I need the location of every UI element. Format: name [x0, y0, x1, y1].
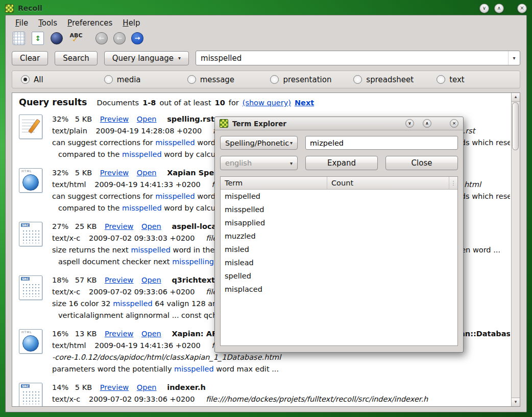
open-link[interactable]: Open	[141, 330, 161, 338]
close-icon[interactable]: ×	[517, 4, 527, 13]
relevance-percent: 32%	[52, 115, 68, 123]
for-label: for	[229, 99, 239, 107]
check-icon: ✓	[72, 36, 79, 43]
sort-parameters-icon[interactable]: ↕	[32, 32, 44, 45]
term-row[interactable]: mispelled	[221, 190, 457, 203]
open-link[interactable]: Open	[137, 383, 157, 391]
file-date: 2009-04-19 14:41:36 +0200	[94, 341, 201, 350]
language-dropdown[interactable]: english ▾	[220, 156, 298, 170]
scroll-down-icon[interactable]: ▾	[512, 398, 520, 406]
filter-presentation-label: presentation	[283, 75, 331, 84]
close-icon[interactable]: ×	[450, 119, 458, 128]
term-row[interactable]: spelled	[221, 269, 457, 283]
filter-message[interactable]: message	[187, 75, 271, 84]
column-header-term[interactable]: Term	[221, 177, 327, 189]
source-document-icon	[19, 222, 42, 246]
term-row[interactable]: muzzled	[221, 229, 457, 243]
main-window-titlebar[interactable]: Recoll ∨ ∧ ×	[5, 2, 527, 14]
next-page-link[interactable]: Next	[295, 99, 314, 107]
preview-link[interactable]: Preview	[100, 169, 129, 177]
menu-help[interactable]: Help	[118, 17, 144, 29]
file-url-continued: -core-1.0.12/docs/apidoc/html/classXapia…	[52, 352, 510, 363]
radio-media[interactable]	[104, 75, 113, 84]
term-row[interactable]: misplaced	[221, 283, 457, 296]
file-size: 5 KB	[75, 115, 92, 123]
filter-text[interactable]: text	[437, 75, 520, 84]
open-link[interactable]: Open	[141, 276, 161, 284]
file-date: 2009-07-02 09:33:06 +0200	[89, 288, 195, 296]
close-button[interactable]: Close	[385, 156, 458, 170]
history-icon[interactable]	[51, 32, 63, 44]
menu-file[interactable]: File	[11, 17, 33, 29]
file-url: file:///home/dockes/projets/fulltext/rec…	[206, 395, 428, 403]
html-document-icon	[19, 329, 42, 354]
scrollbar-thumb[interactable]	[512, 102, 519, 150]
match-mode-dropdown[interactable]: Spelling/Phonetic ▾	[220, 136, 298, 150]
filter-all[interactable]: All	[21, 75, 104, 84]
mime-type: text/x-c	[52, 395, 80, 403]
menu-preferences[interactable]: Preferences	[63, 17, 117, 29]
preview-link[interactable]: Preview	[100, 383, 129, 391]
filter-message-label: message	[200, 75, 234, 84]
results-title: Query results	[19, 97, 87, 107]
search-input[interactable]	[196, 54, 508, 63]
open-link[interactable]: Open	[137, 115, 157, 123]
filter-text-label: text	[449, 75, 465, 84]
radio-presentation[interactable]	[270, 75, 279, 84]
recoll-app-icon	[5, 4, 14, 13]
preview-link[interactable]: Preview	[105, 222, 133, 230]
clear-button[interactable]: Clear	[12, 51, 48, 65]
result-icon-cell	[19, 167, 44, 214]
radio-text[interactable]	[437, 75, 445, 84]
documents-label: Documents	[97, 99, 139, 107]
result-icon-cell	[19, 221, 44, 268]
nav-first-icon[interactable]: ←	[95, 32, 108, 44]
file-size: 5 KB	[75, 169, 92, 177]
scroll-up-icon[interactable]: ▴	[512, 93, 520, 102]
radio-message[interactable]	[187, 75, 196, 84]
radio-all[interactable]	[21, 75, 30, 84]
term-row[interactable]: misapplied	[221, 216, 457, 229]
results-total: 10	[215, 99, 225, 107]
header-menu-icon[interactable]: ⋮	[449, 177, 457, 189]
table-view-icon[interactable]	[13, 32, 25, 45]
result-title-line: 14% 5 KB Preview Open indexer.h	[52, 382, 510, 393]
filter-media[interactable]: media	[104, 75, 187, 84]
mime-type: text/html	[52, 341, 86, 350]
result-body: 14% 5 KB Preview Open indexer.h text/x-c…	[52, 382, 510, 406]
action-row: english ▾ Expand Close	[220, 156, 458, 170]
nav-back-icon[interactable]: ←	[113, 32, 126, 44]
show-query-link[interactable]: (show query)	[243, 99, 291, 107]
search-button[interactable]: Search	[55, 51, 98, 65]
radio-spreadsheet[interactable]	[353, 75, 362, 84]
term-input[interactable]	[305, 136, 458, 150]
filter-spreadsheet[interactable]: spreadsheet	[353, 75, 437, 84]
results-scrollbar[interactable]: ▴ ▾	[511, 93, 520, 406]
menu-tools[interactable]: Tools	[34, 17, 62, 29]
source-document-icon	[19, 383, 42, 406]
term-explorer-titlebar[interactable]: Term Explorer ∨ ∧ ×	[215, 117, 463, 130]
query-dropdown-icon[interactable]: ▾	[508, 51, 520, 65]
query-language-dropdown[interactable]: Query language ▾	[104, 51, 189, 65]
preview-link[interactable]: Preview	[100, 115, 129, 123]
open-link[interactable]: Open	[141, 222, 161, 230]
match-mode-value: Spelling/Phonetic	[225, 139, 289, 147]
unshade-icon[interactable]: ∧	[423, 119, 431, 128]
term-row[interactable]: mislead	[221, 256, 457, 269]
open-link[interactable]: Open	[137, 169, 157, 177]
column-header-count[interactable]: Count	[327, 177, 449, 189]
shade-icon[interactable]: ∨	[405, 119, 414, 128]
file-size: 25 KB	[75, 222, 97, 230]
nav-forward-icon[interactable]: →	[131, 32, 143, 44]
term-explorer-dialog: Term Explorer ∨ ∧ × Spelling/Phonetic ▾ …	[214, 117, 464, 353]
term-row[interactable]: misspelled	[221, 203, 457, 216]
unshade-icon[interactable]: ∧	[494, 4, 504, 13]
filter-presentation[interactable]: presentation	[270, 75, 353, 84]
spellcheck-icon[interactable]: ABC✓	[69, 32, 83, 44]
result-item-6: 14% 5 KB Preview Open indexer.h text/x-c…	[19, 382, 510, 406]
preview-link[interactable]: Preview	[105, 276, 133, 284]
term-row[interactable]: misled	[221, 243, 457, 256]
preview-link[interactable]: Preview	[105, 330, 133, 338]
expand-button[interactable]: Expand	[305, 156, 378, 170]
shade-icon[interactable]: ∨	[479, 4, 489, 13]
